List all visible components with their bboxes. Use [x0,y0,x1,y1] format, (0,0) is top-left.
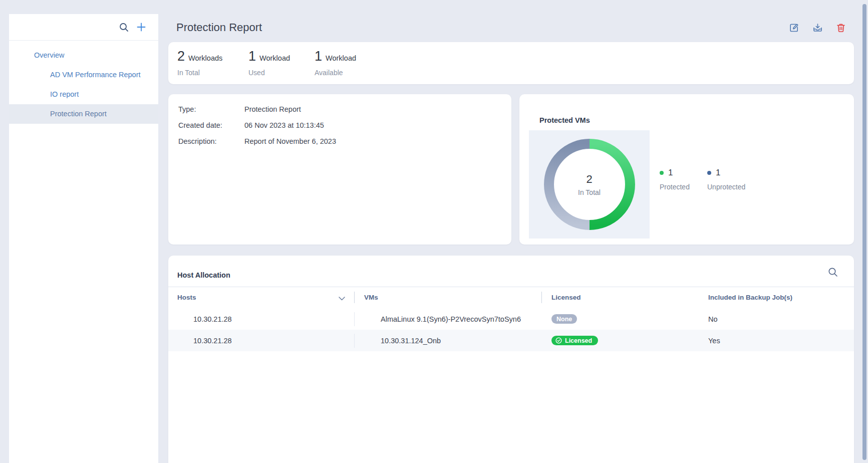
legend-unprotected-label: Unprotected [707,183,745,191]
detail-label: Description: [178,137,244,145]
stat-used: 1 Workload Used [248,49,290,77]
detail-label: Created date: [178,121,244,129]
cell-vm: AlmaLinux 9.1(Syn6)-P2VrecovSyn7toSyn6 [354,315,541,323]
page-title: Protection Report [168,21,262,34]
legend-unprotected-value: 1 [716,168,720,178]
stat-total: 2 Workloads In Total [177,49,222,77]
page-scrollbar[interactable] [862,4,866,460]
legend-protected-label: Protected [660,183,690,191]
report-details-card: Type: Protection Report Created date: 06… [168,94,511,245]
cell-host: 10.30.21.28 [168,337,354,345]
donut-total-label: In Total [578,188,601,196]
header-actions [789,23,854,33]
stat-available-value: 1 [315,49,322,64]
legend-protected-value: 1 [668,168,673,178]
cell-host: 10.30.21.28 [168,315,354,323]
stat-total-unit: Workloads [188,54,222,62]
cell-included: Yes [699,337,720,345]
sidebar-item-io-report[interactable]: IO report [9,85,158,104]
license-badge-label: Licensed [565,337,592,344]
trash-icon[interactable] [836,23,846,33]
sidebar-toolbar [9,14,158,41]
column-header-included: Included in Backup Job(s) [708,287,792,308]
edit-icon[interactable] [789,23,799,33]
stat-available-unit: Workload [326,54,356,62]
workloads-summary-card: 2 Workloads In Total 1 Workload Used 1 W… [168,42,854,84]
table-body: 10.30.21.28 AlmaLinux 9.1(Syn6)-P2Vrecov… [168,308,854,351]
table-header: Hosts VMs Licensed Included in Backup Jo… [168,287,854,308]
detail-row-description: Description: Report of November 6, 2023 [168,133,511,149]
table-row: 10.30.21.28 AlmaLinux 9.1(Syn6)-P2Vrecov… [168,308,854,330]
donut-center: 2 In Total [529,130,650,239]
report-nav: Overview AD VM Performance Report IO rep… [9,41,158,124]
main-header: Protection Report [168,17,854,38]
cell-licensed: None [541,314,699,324]
stat-used-value: 1 [248,49,256,64]
legend-dot-unprotected [707,171,711,175]
sidebar: Overview AD VM Performance Report IO rep… [9,14,158,463]
column-header-licensed: Licensed [551,287,581,308]
stat-total-value: 2 [177,49,185,64]
detail-value: Report of November 6, 2023 [244,137,336,145]
sidebar-item-ad-vm-performance-report[interactable]: AD VM Performance Report [9,65,158,85]
stat-available: 1 Workload Available [315,49,356,77]
check-circle-icon [555,337,562,344]
detail-value: 06 Nov 2023 at 10:13:45 [244,121,324,129]
protected-vms-card: Protected VMs 2 In Total [519,94,854,245]
sidebar-item-overview[interactable]: Overview [9,46,158,65]
cell-licensed: Licensed [541,336,699,345]
legend-protected: 1 Protected [660,168,690,191]
host-allocation-title: Host Allocation [177,271,230,279]
cell-divider [354,334,355,348]
stat-available-caption: Available [315,69,356,77]
column-header-hosts: Hosts [177,287,196,308]
host-allocation-card: Host Allocation Hosts VMs Licensed Inclu… [168,256,854,463]
chevron-down-icon[interactable] [339,294,345,303]
detail-row-type: Type: Protection Report [168,101,511,117]
search-icon[interactable] [119,23,129,32]
license-badge-licensed: Licensed [551,336,598,345]
sidebar-item-protection-report[interactable]: Protection Report [9,104,158,124]
detail-label: Type: [178,105,244,113]
table-row: 10.30.21.28 10.30.31.124_Onb Licensed Ye… [168,330,854,351]
stat-used-caption: Used [248,69,290,77]
download-icon[interactable] [812,23,823,33]
cell-divider [354,312,355,326]
protection-report-page: Overview AD VM Performance Report IO rep… [0,0,868,463]
legend-dot-protected [660,171,664,175]
add-report-button[interactable] [136,22,146,32]
column-divider [354,292,355,303]
stat-total-caption: In Total [177,69,222,77]
stat-used-unit: Workload [259,54,290,62]
detail-row-created-date: Created date: 06 Nov 2023 at 10:13:45 [168,117,511,133]
detail-value: Protection Report [244,105,301,113]
cell-vm: 10.30.31.124_Onb [354,337,541,345]
column-divider [541,292,542,303]
cell-included: No [699,315,718,323]
table-search-icon[interactable] [828,267,838,277]
legend-unprotected: 1 Unprotected [707,168,745,191]
donut-total-value: 2 [586,173,592,186]
protected-vms-title: Protected VMs [539,116,590,124]
column-header-vms: VMs [364,287,378,308]
protected-vms-donut-chart: 2 In Total [529,130,650,239]
license-badge-none: None [551,314,577,324]
